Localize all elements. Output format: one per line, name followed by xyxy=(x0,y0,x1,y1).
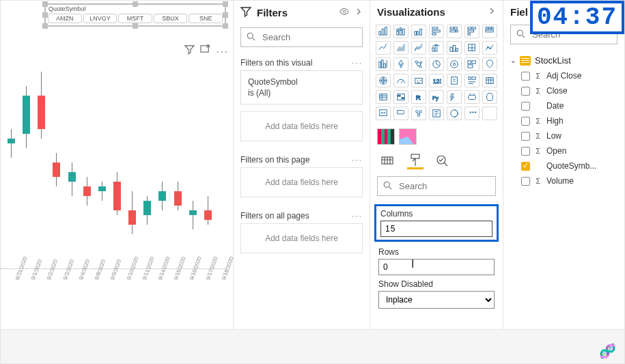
filters-search[interactable] xyxy=(240,27,363,47)
field-row[interactable]: ΣVolume xyxy=(503,173,624,188)
viz-type-icon[interactable] xyxy=(376,74,391,87)
slicer-chip[interactable]: SNE xyxy=(189,14,223,23)
slicer-chip[interactable]: MSFT xyxy=(118,14,152,23)
viz-type-icon[interactable] xyxy=(411,25,426,38)
candle[interactable] xyxy=(189,62,197,253)
collapse-pane-icon[interactable] xyxy=(355,8,363,18)
focus-mode-icon[interactable] xyxy=(200,44,210,57)
viz-type-icon[interactable] xyxy=(376,90,391,104)
viz-type-icon[interactable] xyxy=(482,90,497,104)
viz-type-icon[interactable] xyxy=(411,41,426,55)
page-filters-dropzone[interactable]: Add data fields here xyxy=(240,167,363,197)
viz-type-icon[interactable] xyxy=(393,74,408,87)
viz-type-icon[interactable] xyxy=(464,90,480,104)
viz-type-icon[interactable] xyxy=(482,41,497,55)
candle[interactable] xyxy=(8,62,15,253)
checkbox[interactable] xyxy=(521,72,530,81)
custom-viz-thumb[interactable] xyxy=(399,128,417,145)
viz-type-icon[interactable] xyxy=(464,25,480,38)
viz-type-icon[interactable] xyxy=(447,41,462,55)
viz-type-icon[interactable] xyxy=(482,107,497,120)
checkbox[interactable] xyxy=(521,147,530,156)
viz-type-icon[interactable] xyxy=(429,107,444,120)
field-row[interactable]: QuoteSymb... xyxy=(503,158,624,173)
viz-type-icon[interactable] xyxy=(482,25,497,38)
candle[interactable] xyxy=(68,62,76,253)
viz-type-icon[interactable] xyxy=(447,90,462,104)
field-row[interactable]: Date xyxy=(503,98,624,113)
field-row[interactable]: ΣHigh xyxy=(503,113,624,128)
field-row[interactable]: ΣAdj Close xyxy=(503,68,624,83)
slicer-chip[interactable]: LNVGY xyxy=(83,14,117,23)
checkbox[interactable] xyxy=(521,132,530,141)
candle[interactable] xyxy=(158,62,166,253)
viz-type-icon[interactable] xyxy=(393,90,408,104)
viz-type-icon[interactable] xyxy=(429,57,444,71)
collapse-pane-icon[interactable] xyxy=(488,7,496,17)
candle[interactable] xyxy=(53,62,60,253)
candle[interactable] xyxy=(113,62,121,253)
filters-search-input[interactable] xyxy=(261,31,378,43)
format-search-input[interactable] xyxy=(398,180,515,192)
viz-type-icon[interactable]: R xyxy=(411,90,426,104)
viz-type-icon[interactable] xyxy=(376,57,391,71)
custom-viz-thumb[interactable] xyxy=(377,128,395,145)
viz-type-icon[interactable]: 123 xyxy=(429,74,444,87)
viz-type-icon[interactable] xyxy=(429,41,444,55)
filter-card-quotesymbol[interactable]: QuoteSymbol is (All) xyxy=(240,70,363,104)
candle[interactable] xyxy=(174,62,182,253)
viz-type-icon[interactable] xyxy=(447,74,462,87)
viz-type-icon[interactable] xyxy=(482,57,497,71)
viz-type-icon[interactable] xyxy=(482,74,497,87)
checkbox[interactable] xyxy=(521,162,530,171)
field-row[interactable]: ΣClose xyxy=(503,83,624,98)
tab-format[interactable] xyxy=(407,153,423,169)
slicer-visual[interactable]: QuoteSymbol AMZNLNVGYMSFTSBUXSNE xyxy=(44,3,226,27)
columns-input[interactable] xyxy=(380,221,492,237)
viz-type-icon[interactable] xyxy=(411,107,426,120)
viz-type-icon[interactable]: ⋯ xyxy=(464,107,480,120)
viz-type-icon[interactable]: Py xyxy=(429,90,444,104)
candlestick-chart[interactable] xyxy=(0,62,226,267)
slicer-chip[interactable]: SBUX xyxy=(154,14,188,23)
filter-icon[interactable] xyxy=(184,44,195,57)
rows-input[interactable] xyxy=(378,259,495,275)
viz-type-icon[interactable] xyxy=(411,74,426,87)
viz-type-icon[interactable] xyxy=(447,57,462,71)
table-header-row[interactable]: ⌄ StockList xyxy=(503,50,624,68)
show-disabled-select[interactable]: Inplace xyxy=(378,291,495,309)
viz-type-icon[interactable] xyxy=(393,107,408,120)
checkbox[interactable] xyxy=(521,177,530,186)
field-row[interactable]: ΣOpen xyxy=(503,143,624,158)
viz-type-icon[interactable] xyxy=(376,25,391,38)
viz-type-icon[interactable] xyxy=(393,25,408,38)
report-filters-dropzone[interactable]: Add data fields here xyxy=(240,223,363,253)
more-icon[interactable]: ··· xyxy=(352,155,363,165)
viz-type-icon[interactable] xyxy=(393,41,408,55)
viz-type-icon[interactable] xyxy=(376,107,391,120)
candle[interactable] xyxy=(143,62,151,253)
candle[interactable] xyxy=(98,62,106,253)
viz-type-icon[interactable] xyxy=(464,41,480,55)
more-icon[interactable]: ··· xyxy=(352,58,363,68)
candle[interactable] xyxy=(128,62,136,253)
viz-type-icon[interactable] xyxy=(464,74,480,87)
viz-type-icon[interactable] xyxy=(429,25,444,38)
viz-type-icon[interactable] xyxy=(447,107,462,120)
viz-type-icon[interactable] xyxy=(447,25,462,38)
checkbox[interactable] xyxy=(521,117,530,126)
slicer-chip[interactable]: AMZN xyxy=(48,14,82,23)
field-row[interactable]: ΣLow xyxy=(503,128,624,143)
viz-type-icon[interactable] xyxy=(411,57,426,71)
viz-type-icon[interactable] xyxy=(393,57,408,71)
eye-icon[interactable] xyxy=(339,7,349,18)
candle[interactable] xyxy=(23,62,30,253)
checkbox[interactable] xyxy=(521,102,530,111)
candle[interactable] xyxy=(83,62,91,253)
viz-type-icon[interactable] xyxy=(464,57,480,71)
candle[interactable] xyxy=(204,62,212,253)
visual-filters-dropzone[interactable]: Add data fields here xyxy=(240,111,363,141)
more-icon[interactable]: ··· xyxy=(352,211,363,221)
viz-type-icon[interactable] xyxy=(376,41,391,55)
tab-analytics[interactable] xyxy=(434,153,451,169)
